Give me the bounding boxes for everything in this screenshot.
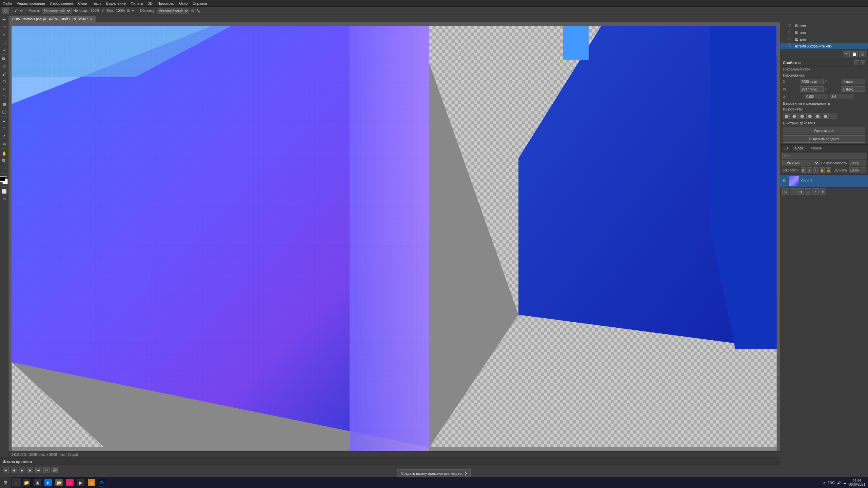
crop-tool[interactable]: ⊿ (1, 46, 7, 53)
opacity-input[interactable] (849, 160, 866, 166)
align-left-btn[interactable]: ⬤ (783, 113, 790, 119)
taskbar-network[interactable]: ☁ (843, 481, 846, 485)
props-menu[interactable]: ≡ (861, 60, 865, 65)
tab-channels[interactable]: Каналы (807, 145, 826, 151)
add-style-button[interactable]: fx (782, 188, 789, 195)
taskbar-volume[interactable]: 🔊 (837, 481, 841, 485)
history-item-2[interactable]: ⬡ Штамп (780, 36, 868, 43)
history-item-1[interactable]: ⬡ Штамп (780, 29, 868, 36)
align-more-btn[interactable]: ··· (830, 113, 836, 119)
system-clock[interactable]: 04:44 30/30/2021 (848, 479, 865, 486)
taskbar-lang[interactable]: ENG (827, 481, 835, 485)
fill-input[interactable] (849, 167, 866, 173)
lasso-tool[interactable]: ⌖ (1, 31, 7, 38)
taskbar-app-photoshop[interactable]: Ps (97, 477, 108, 488)
tab-layers[interactable]: Слои (792, 145, 807, 151)
history-delete-btn[interactable]: 🗑 (859, 51, 866, 57)
menu-text[interactable]: Текст (92, 1, 101, 5)
x-input[interactable] (800, 79, 824, 84)
spot-heal-tool[interactable]: ⊕ (1, 63, 7, 70)
tab-3d[interactable]: 3D (780, 145, 792, 151)
shape-tool[interactable]: ▭ (1, 140, 7, 147)
lock-position-btn[interactable]: 🔒 (820, 167, 825, 173)
w-input[interactable] (800, 86, 824, 92)
hand-tool[interactable]: ✋ (1, 150, 7, 157)
align-center-v-btn[interactable]: ⬤ (814, 113, 821, 119)
taskbar-app-music[interactable]: ♪ (64, 477, 75, 488)
timeline-goto-end[interactable]: ⏭ (35, 467, 41, 473)
align-bottom-btn[interactable]: ⬤ (822, 113, 829, 119)
brush-type-select[interactable]: Активный слой (157, 8, 189, 14)
mode-select[interactable]: Нормальный (42, 8, 72, 14)
remove-bg-button[interactable]: Удалить фон (783, 127, 865, 134)
h-input[interactable] (842, 86, 865, 92)
menu-help[interactable]: Справка (193, 1, 207, 5)
add-mask-button[interactable]: ◻ (790, 188, 796, 195)
pen-tool[interactable]: ✒ (1, 118, 7, 125)
zoom-tool[interactable]: 🔍 (1, 158, 7, 164)
delete-layer-button[interactable]: 🗑 (820, 188, 826, 195)
timeline-goto-start[interactable]: ⏮ (3, 467, 9, 473)
stamp-tool[interactable]: ⬡ (1, 78, 7, 85)
menu-file[interactable]: Файл (3, 1, 12, 5)
file-tab[interactable]: Pistol_Normals.png @ 1420% (Слой 1, RGB/… (8, 16, 96, 22)
taskbar-app-chrome[interactable]: ◉ (32, 477, 43, 488)
taskbar-app-files[interactable]: 📂 (54, 477, 64, 488)
dodge-tool[interactable]: ◯ (1, 108, 7, 115)
menu-filter[interactable]: Фильтр (131, 1, 143, 5)
lock-all-btn[interactable]: 🔒 (826, 167, 831, 173)
brush-tool[interactable]: 🖌 (1, 71, 7, 78)
new-adjustment-button[interactable]: ◑ (797, 188, 804, 195)
lock-paint-btn[interactable]: 🖌 (807, 167, 812, 173)
align-right-btn[interactable]: ⬤ (798, 113, 805, 119)
taskbar-up-arrow[interactable]: ∧ (823, 481, 825, 485)
timeline-prev-frame[interactable]: ◀ (11, 467, 17, 473)
eraser-tool[interactable]: ◻ (1, 93, 7, 100)
move-tool[interactable]: ✛ (1, 16, 7, 23)
layer-eye-icon-1[interactable]: 👁 (782, 179, 787, 183)
taskbar-app-edge[interactable]: e (43, 477, 54, 488)
props-panel-header[interactable]: Свойства — ≡ (780, 59, 868, 66)
selection-tool[interactable]: ▭ (1, 24, 7, 30)
text-tool[interactable]: T (1, 125, 7, 132)
lock-transparent-btn[interactable]: ▦ (801, 167, 806, 173)
history-new-doc-btn[interactable]: 📄 (851, 51, 858, 57)
menu-edit[interactable]: Редактирование (17, 1, 45, 5)
taskbar-app-blender[interactable]: ◎ (86, 477, 97, 488)
timeline-play[interactable]: ▶ (19, 467, 25, 473)
history-item-3[interactable]: ⬡ Штамп (Сохранить как) (780, 43, 868, 49)
taskbar-search-button[interactable]: ⌕ (12, 478, 21, 487)
canvas-area[interactable] (8, 22, 780, 458)
timeline-create-video-button[interactable]: Создать шкалу времени для видео: ❯ (397, 469, 471, 477)
layer-search-input[interactable] (782, 153, 866, 159)
swap-colors-button[interactable]: ⇄ (4, 175, 7, 178)
lock-artboard-btn[interactable]: ✛ (813, 167, 818, 173)
taskbar-app-fileexplorer[interactable]: 📁 (21, 477, 32, 488)
quick-mask-tool[interactable]: ⬜ (1, 188, 7, 195)
menu-select[interactable]: Выделение (106, 1, 126, 5)
menu-image[interactable]: Изображение (50, 1, 73, 5)
timeline-next-frame[interactable]: ▶ (27, 467, 33, 473)
extra-tools[interactable]: ··· (1, 165, 7, 172)
menu-layers[interactable]: Слои (78, 1, 87, 5)
path-select-tool[interactable]: ↗ (1, 133, 7, 140)
start-button[interactable]: ⊞ (0, 477, 11, 488)
eyedropper-tool[interactable]: 🔍 (1, 56, 7, 63)
blending-mode-select[interactable]: Обычный (782, 160, 820, 166)
menu-3d[interactable]: 3D (148, 1, 153, 5)
history-item-0[interactable]: ⬡ Штамп (780, 22, 868, 29)
tab-close-button[interactable]: × (90, 17, 92, 21)
select-subject-button[interactable]: Выделить предмет (783, 135, 865, 143)
layer-item-1[interactable]: 👁 Слой 1 (780, 175, 868, 187)
history-snapshot-btn[interactable]: 📷 (843, 51, 850, 57)
object-select-tool[interactable]: ⬚ (1, 39, 7, 45)
align-center-h-btn[interactable]: ⬤ (791, 113, 797, 119)
angle2-input[interactable] (830, 94, 853, 99)
new-layer-button[interactable]: + (812, 188, 819, 195)
screen-mode-tool[interactable]: ▭ (1, 196, 7, 202)
y-input[interactable] (842, 79, 865, 84)
history-brush-tool[interactable]: ↩ (1, 86, 7, 93)
angle-input[interactable] (805, 94, 828, 99)
timeline-audio[interactable]: 🔊 (52, 467, 58, 473)
stamp-tool-icon[interactable]: ⬡ (2, 7, 9, 14)
